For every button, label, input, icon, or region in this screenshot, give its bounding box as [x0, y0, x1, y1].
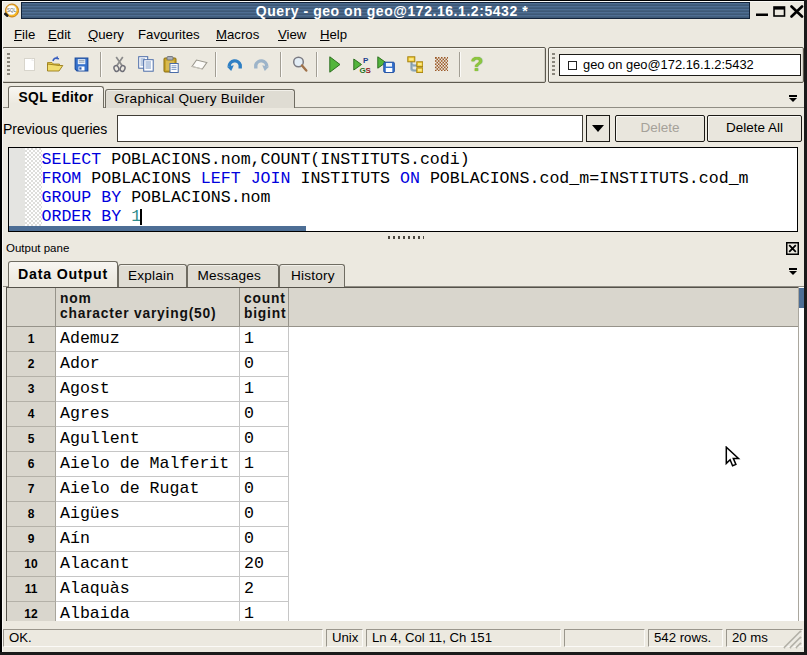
svg-text:P: P — [363, 56, 369, 65]
svg-text:SQL: SQL — [7, 8, 17, 13]
svg-text:?: ? — [471, 53, 484, 75]
svg-text:S: S — [366, 65, 372, 73]
